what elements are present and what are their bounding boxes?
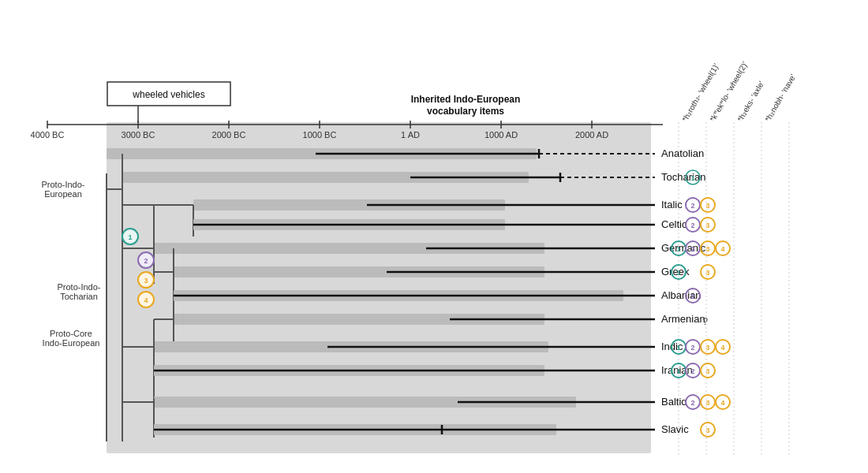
col4-header: *h₂nobh- 'nave' bbox=[763, 73, 797, 123]
celtic-label: Celtic bbox=[661, 218, 687, 230]
svg-text:4: 4 bbox=[144, 296, 148, 304]
armenian-question: ? bbox=[702, 315, 708, 327]
inherited-label: Inherited Indo-European bbox=[411, 94, 521, 105]
col3-header: *h₂eks- 'axle' bbox=[735, 80, 765, 123]
italic-label: Italic bbox=[661, 199, 683, 210]
svg-text:3: 3 bbox=[705, 344, 709, 352]
svg-text:4: 4 bbox=[720, 344, 724, 352]
svg-text:3: 3 bbox=[144, 277, 148, 285]
svg-text:3: 3 bbox=[705, 399, 709, 407]
svg-text:3: 3 bbox=[705, 367, 709, 375]
tick-2000ad: 2000 AD bbox=[575, 130, 608, 140]
svg-text:3: 3 bbox=[705, 202, 709, 210]
svg-text:3: 3 bbox=[705, 269, 709, 277]
svg-text:1: 1 bbox=[128, 233, 132, 241]
armenian-label: Armenian bbox=[661, 313, 705, 325]
svg-text:1: 1 bbox=[690, 174, 694, 182]
svg-text:1: 1 bbox=[676, 245, 680, 253]
main-container: 4000 BC 3000 BC 2000 BC 1000 BC 1 AD 100… bbox=[0, 0, 868, 473]
svg-text:European: European bbox=[44, 189, 82, 199]
svg-text:2: 2 bbox=[690, 245, 694, 253]
svg-text:2: 2 bbox=[690, 367, 694, 375]
svg-text:3: 3 bbox=[705, 222, 709, 229]
svg-text:2: 2 bbox=[690, 202, 694, 210]
vocab-label: vocabulary items bbox=[427, 106, 504, 117]
svg-text:4: 4 bbox=[720, 245, 724, 253]
slavic-label: Slavic bbox=[661, 423, 689, 435]
svg-text:Tocharian: Tocharian bbox=[60, 292, 98, 301]
svg-text:4: 4 bbox=[720, 399, 724, 407]
tick-4000bc: 4000 BC bbox=[31, 130, 65, 140]
pit-label: Proto-Indo- bbox=[57, 282, 100, 292]
tick-1000bc: 1000 BC bbox=[303, 130, 337, 140]
tick-1ad: 1 AD bbox=[401, 130, 420, 140]
wheeled-vehicles-label: wheeled vehicles bbox=[132, 89, 204, 100]
svg-text:3: 3 bbox=[705, 245, 709, 253]
svg-text:2: 2 bbox=[144, 257, 148, 265]
svg-text:1: 1 bbox=[676, 344, 680, 352]
svg-text:2: 2 bbox=[690, 222, 694, 229]
chart: 4000 BC 3000 BC 2000 BC 1000 BC 1 AD 100… bbox=[0, 0, 868, 473]
pie-label: Proto-Indo- bbox=[41, 180, 84, 189]
svg-text:Indo-European: Indo-European bbox=[43, 338, 100, 348]
svg-text:1: 1 bbox=[676, 269, 680, 277]
svg-text:1: 1 bbox=[676, 367, 680, 375]
tick-3000bc: 3000 BC bbox=[122, 130, 155, 140]
svg-text:2: 2 bbox=[690, 344, 694, 352]
baltic-label: Baltic bbox=[661, 396, 687, 408]
tick-1000ad: 1000 AD bbox=[485, 130, 518, 140]
svg-text:3: 3 bbox=[705, 426, 709, 434]
pcie-label: Proto-Core bbox=[50, 329, 92, 338]
svg-text:2: 2 bbox=[690, 292, 694, 300]
albanian-label: Albanian bbox=[661, 289, 702, 301]
tick-2000bc: 2000 BC bbox=[212, 130, 246, 140]
anatolian-label: Anatolian bbox=[661, 147, 704, 159]
svg-text:2: 2 bbox=[690, 399, 694, 407]
